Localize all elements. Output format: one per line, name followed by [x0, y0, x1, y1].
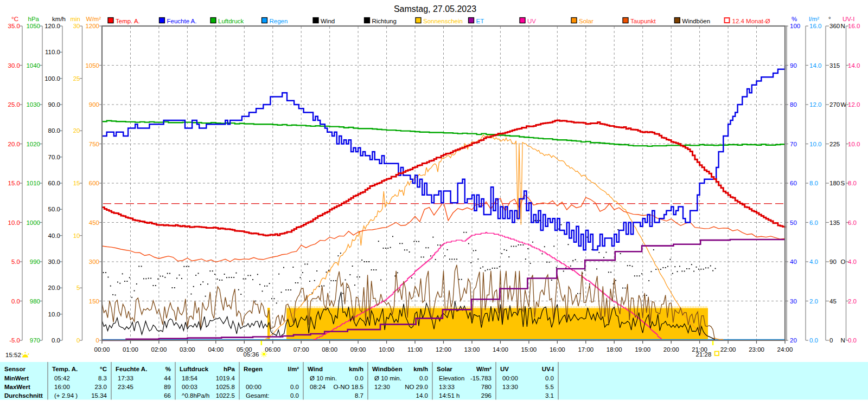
svg-text:21:28: 21:28: [696, 351, 712, 358]
svg-text:30.0: 30.0: [48, 258, 60, 265]
svg-text:l/m²: l/m²: [288, 366, 299, 372]
svg-text:20: 20: [73, 127, 80, 134]
svg-text:40: 40: [790, 258, 797, 265]
svg-text:120.0: 120.0: [44, 23, 60, 29]
svg-text:10: 10: [73, 232, 80, 239]
svg-text:Durchschnitt: Durchschnitt: [4, 392, 43, 399]
svg-text:5.5: 5.5: [545, 384, 554, 390]
svg-text:S: S: [841, 180, 845, 186]
svg-text:0.0: 0.0: [290, 392, 299, 399]
svg-text:1040: 1040: [26, 62, 40, 69]
svg-text:hPa: hPa: [28, 16, 40, 22]
svg-text:Feuchte A.: Feuchte A.: [167, 18, 197, 24]
svg-text:780: 780: [481, 384, 492, 390]
svg-text:10.0: 10.0: [809, 141, 821, 147]
svg-text:Wind: Wind: [308, 366, 323, 372]
svg-text:12:00: 12:00: [436, 346, 451, 353]
svg-text:13:30: 13:30: [502, 384, 518, 390]
svg-text:13:00: 13:00: [464, 346, 480, 353]
svg-text:04:00: 04:00: [208, 346, 224, 353]
svg-text:MaxWert: MaxWert: [4, 384, 30, 390]
svg-text:Sonnenschein: Sonnenschein: [423, 18, 463, 24]
svg-text:%: %: [165, 366, 171, 372]
svg-text:60.0: 60.0: [48, 180, 60, 186]
svg-text:2.0: 2.0: [809, 298, 818, 305]
svg-text:17:33: 17:33: [118, 375, 133, 381]
svg-text:20.0: 20.0: [8, 141, 20, 147]
svg-text:Elevation: Elevation: [439, 375, 464, 381]
svg-text:Regen: Regen: [244, 366, 263, 372]
svg-text:°C: °C: [11, 16, 18, 22]
svg-text:150: 150: [89, 298, 99, 305]
svg-text:N: N: [841, 337, 845, 344]
svg-text:W/m²: W/m²: [86, 16, 101, 22]
svg-text:1000: 1000: [26, 219, 40, 226]
svg-text:20: 20: [790, 337, 797, 344]
svg-text:Wind: Wind: [321, 18, 335, 24]
svg-text:6.0: 6.0: [848, 219, 857, 226]
svg-text:UV: UV: [500, 366, 509, 372]
svg-text:UV: UV: [527, 18, 536, 24]
svg-text:12:30: 12:30: [374, 384, 390, 390]
svg-text:Gesamt:: Gesamt:: [246, 392, 269, 399]
svg-text:296: 296: [481, 392, 492, 399]
svg-text:3.1: 3.1: [545, 392, 554, 399]
svg-text:1050: 1050: [26, 23, 40, 29]
svg-text:25: 25: [73, 75, 80, 82]
svg-text:100: 100: [790, 23, 800, 29]
svg-text:NO 29.0: NO 29.0: [405, 384, 428, 390]
svg-text:980: 980: [30, 298, 40, 305]
svg-text:40.0: 40.0: [48, 232, 60, 239]
svg-text:600: 600: [89, 180, 99, 186]
svg-text:15:00: 15:00: [521, 346, 537, 353]
svg-text:14.0: 14.0: [848, 62, 860, 69]
svg-text:08:00: 08:00: [322, 346, 337, 353]
svg-text:80.0: 80.0: [48, 127, 60, 134]
svg-text:12.0: 12.0: [848, 101, 860, 108]
svg-text:°C: °C: [100, 366, 107, 372]
svg-text:8.3: 8.3: [98, 375, 107, 381]
svg-text:05:36: 05:36: [244, 351, 259, 358]
svg-text:km/h: km/h: [349, 366, 363, 372]
svg-text:Feuchte A.: Feuchte A.: [116, 366, 147, 372]
svg-text:Windböen: Windböen: [682, 18, 710, 24]
svg-text:225: 225: [829, 141, 840, 147]
svg-text:O: O: [841, 258, 846, 265]
svg-text:01:00: 01:00: [123, 346, 138, 353]
svg-text:(+ 2.94 ): (+ 2.94 ): [54, 392, 78, 399]
svg-text:Solar: Solar: [579, 18, 593, 24]
svg-text:14.0: 14.0: [416, 392, 428, 399]
svg-text:Luftdruck: Luftdruck: [180, 366, 209, 372]
svg-text:1022.5: 1022.5: [216, 392, 235, 399]
svg-text:66: 66: [164, 392, 171, 399]
svg-text:8.7: 8.7: [355, 392, 363, 399]
svg-text:Samstag, 27.05.2023: Samstag, 27.05.2023: [394, 4, 476, 14]
svg-text:30: 30: [790, 298, 797, 305]
svg-text:0.0: 0.0: [848, 337, 857, 344]
svg-text:1050: 1050: [85, 62, 99, 69]
svg-text:1019.4: 1019.4: [216, 375, 235, 381]
svg-text:8.0: 8.0: [848, 180, 857, 186]
svg-text:15: 15: [73, 180, 80, 186]
svg-text:00:00: 00:00: [502, 375, 518, 381]
svg-text:UV-I: UV-I: [843, 16, 854, 22]
svg-text:5: 5: [76, 284, 80, 291]
svg-text:16.0: 16.0: [809, 23, 821, 29]
svg-text:315: 315: [829, 62, 840, 69]
svg-text:07:00: 07:00: [293, 346, 309, 353]
svg-text:10.0: 10.0: [848, 141, 860, 147]
svg-text:1010: 1010: [26, 180, 40, 186]
svg-text:0.0: 0.0: [419, 375, 428, 381]
svg-text:8.0: 8.0: [809, 180, 818, 186]
svg-text:%: %: [792, 16, 797, 22]
svg-text:970: 970: [30, 337, 40, 344]
svg-text:18:00: 18:00: [607, 346, 622, 353]
svg-text:1200: 1200: [85, 23, 99, 29]
svg-text:km/h: km/h: [413, 366, 428, 372]
svg-text:80: 80: [790, 101, 797, 108]
svg-text:15.34: 15.34: [91, 392, 107, 399]
svg-text:10.0: 10.0: [8, 219, 20, 226]
svg-text:4.0: 4.0: [809, 258, 818, 265]
svg-text:Solar: Solar: [437, 366, 452, 372]
svg-text:Ø 10 min.: Ø 10 min.: [374, 375, 401, 381]
